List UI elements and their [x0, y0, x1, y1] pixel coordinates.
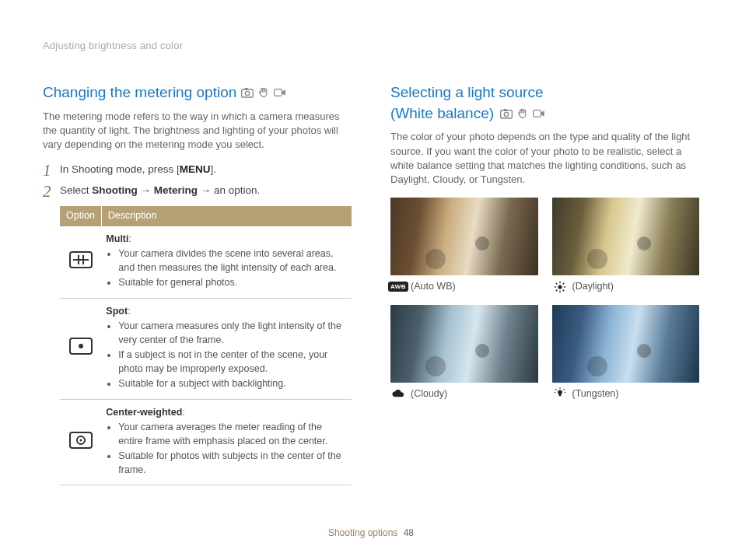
- svg-line-14: [562, 289, 564, 291]
- steps-list: In Shooting mode, press [MENU]. Select S…: [43, 163, 352, 198]
- svg-line-13: [555, 283, 557, 285]
- step1-post: ].: [211, 163, 217, 175]
- mode-icons-group: [500, 108, 545, 119]
- table-row: Spot: Your camera measures only the ligh…: [60, 298, 352, 399]
- svg-rect-18: [558, 394, 561, 396]
- wb-item-tungsten: (Tungsten): [552, 305, 700, 401]
- center-weighted-icon: [69, 432, 93, 449]
- th-option: Option: [60, 206, 101, 226]
- wb-label-tungsten: (Tungsten): [572, 387, 619, 401]
- footer-page-number: 48: [404, 527, 414, 538]
- row-bullet: Suitable for photos with subjects in the…: [118, 450, 347, 477]
- table-row: Center-weighted: Your camera averages th…: [60, 399, 352, 485]
- svg-point-8: [558, 285, 562, 289]
- svg-rect-3: [275, 89, 282, 96]
- camera-icon: [241, 87, 254, 98]
- camera-icon: [500, 108, 513, 119]
- wb-thumb-tungsten: [552, 305, 700, 383]
- metering-intro: The metering mode refers to the way in w…: [43, 110, 352, 152]
- sun-icon: [552, 282, 568, 292]
- step-2: Select Shooting → Metering → an option.: [43, 184, 352, 198]
- wb-examples-grid: AWB (Auto WB) (Daylight): [390, 198, 699, 401]
- svg-rect-6: [504, 109, 507, 111]
- step-1: In Shooting mode, press [MENU].: [43, 163, 352, 177]
- cloud-icon: [390, 388, 406, 399]
- wb-thumb-daylight: [552, 198, 700, 275]
- wb-item-daylight: (Daylight): [552, 198, 700, 294]
- bulb-icon: [552, 388, 568, 399]
- breadcrumb: Adjusting brightness and color: [43, 39, 699, 53]
- page-footer: Shooting options 48: [0, 527, 742, 540]
- row-bullet: Suitable for a subject with backlighting…: [118, 377, 347, 391]
- heading-wb-line1: Selecting a light source: [390, 84, 543, 100]
- video-icon: [274, 87, 286, 98]
- hand-icon: [257, 87, 270, 98]
- svg-line-20: [555, 390, 556, 390]
- svg-rect-7: [534, 110, 541, 117]
- step2-shooting: Shooting: [92, 184, 137, 196]
- svg-rect-4: [501, 110, 513, 118]
- svg-rect-2: [245, 88, 248, 90]
- wb-label-auto: (Auto WB): [411, 280, 456, 294]
- left-column: Changing the metering option The meterin…: [43, 82, 352, 485]
- menu-key: MENU: [180, 163, 211, 175]
- svg-point-1: [246, 92, 250, 96]
- heading-metering-text: Changing the metering option: [43, 82, 236, 103]
- step2-metering: Metering: [154, 184, 198, 196]
- svg-line-16: [555, 289, 557, 291]
- step2-rest: → an option.: [198, 184, 260, 196]
- svg-line-21: [563, 390, 564, 390]
- wb-item-auto: AWB (Auto WB): [390, 198, 538, 294]
- heading-whitebalance: Selecting a light source (White balance): [390, 82, 699, 124]
- row-name: Spot: [106, 306, 128, 317]
- spot-metering-icon: [69, 338, 93, 355]
- right-column: Selecting a light source (White balance)…: [390, 82, 699, 485]
- awb-badge-text: AWB: [388, 282, 408, 292]
- mode-icons-group: [241, 87, 286, 98]
- multi-metering-icon: [69, 251, 93, 268]
- row-name: Multi: [106, 233, 128, 244]
- row-name: Center-weighted: [106, 407, 182, 418]
- step1-pre: In Shooting mode, press [: [60, 163, 180, 175]
- row-bullet: Your camera divides the scene into sever…: [118, 247, 347, 275]
- hand-icon: [516, 108, 529, 119]
- heading-wb-line2: (White balance): [390, 103, 494, 124]
- wb-item-cloudy: (Cloudy): [390, 305, 538, 401]
- row-bullet: Your camera measures only the light inte…: [118, 320, 347, 347]
- wb-thumb-auto: [390, 198, 538, 275]
- wb-intro: The color of your photo depends on the t…: [390, 130, 699, 187]
- svg-point-17: [558, 390, 562, 395]
- awb-icon: AWB: [390, 282, 406, 292]
- svg-line-15: [562, 283, 564, 285]
- step2-pre: Select: [60, 184, 92, 196]
- metering-options-table: Option Description Multi: Your camera di…: [60, 206, 352, 485]
- step2-arrow1: →: [138, 184, 154, 196]
- wb-thumb-cloudy: [390, 305, 538, 383]
- footer-section: Shooting options: [328, 527, 397, 538]
- th-description: Description: [101, 206, 352, 226]
- svg-point-5: [504, 112, 508, 116]
- svg-rect-0: [242, 89, 254, 97]
- row-bullet: Suitable for general photos.: [118, 276, 347, 290]
- heading-metering: Changing the metering option: [43, 82, 352, 103]
- table-row: Multi: Your camera divides the scene int…: [60, 226, 352, 299]
- row-bullet: If a subject is not in the center of the…: [118, 348, 347, 376]
- wb-label-cloudy: (Cloudy): [411, 387, 447, 401]
- video-icon: [533, 108, 545, 119]
- wb-label-daylight: (Daylight): [572, 280, 614, 294]
- row-bullet: Your camera averages the meter reading o…: [118, 421, 347, 448]
